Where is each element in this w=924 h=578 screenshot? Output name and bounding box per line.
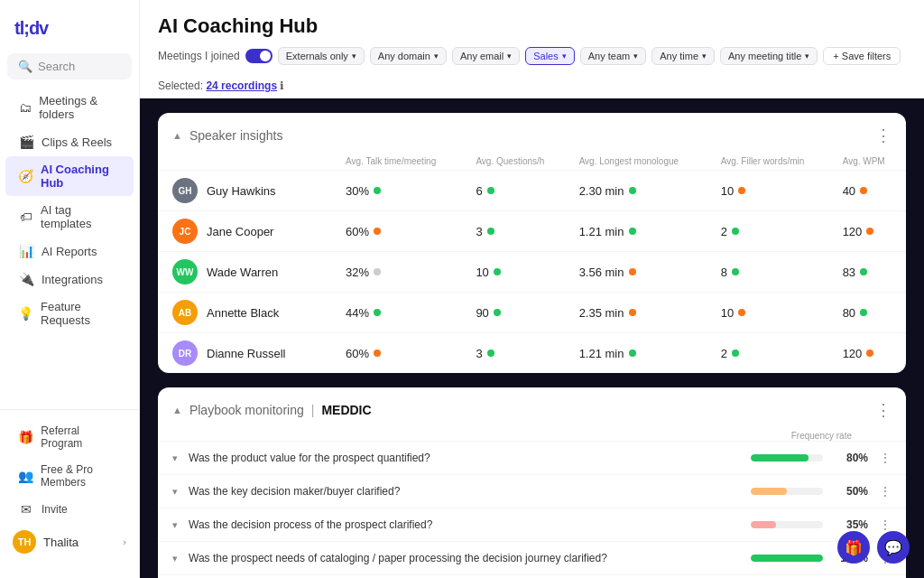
user-profile[interactable]: TH Thalita › (0, 524, 139, 560)
chevron-down-icon: ▾ (633, 51, 638, 61)
sidebar-item-label: Integrations (42, 273, 103, 286)
q-dot (487, 350, 494, 357)
filler-cell: 2 (714, 211, 836, 252)
row-more-options[interactable]: ⋮ (879, 517, 892, 532)
sidebar-item-label: Clips & Reels (42, 135, 112, 149)
monologue-cell: 2.30 min (572, 171, 714, 211)
row-more-options[interactable]: ⋮ (879, 451, 892, 465)
speaker-avatar: AB (172, 300, 198, 325)
expand-icon[interactable]: ▾ (172, 452, 178, 464)
sidebar-item-meetings[interactable]: 🗂 Meetings & folders (5, 88, 134, 127)
collapse-icon[interactable]: ▲ (172, 405, 182, 415)
speaker-name: Wade Warren (207, 266, 278, 279)
chat-button[interactable]: 💬 (877, 531, 910, 564)
speaker-name-cell: WW Wade Warren (158, 252, 338, 293)
sidebar-nav: 🗂 Meetings & folders 🎬 Clips & Reels 🧭 A… (0, 87, 139, 409)
list-item: ▾ Was the decision process of the prospe… (158, 508, 906, 541)
col-questions: Avg. Questions/h (468, 153, 571, 171)
playbook-question: Was the product value for the prospect q… (189, 452, 740, 464)
more-options-button[interactable]: ⋮ (875, 126, 892, 145)
team-filter[interactable]: Any team ▾ (580, 47, 646, 65)
expand-icon[interactable]: ▾ (172, 519, 178, 531)
sidebar-item-clips[interactable]: 🎬 Clips & Reels (5, 128, 134, 155)
time-filter[interactable]: Any time ▾ (651, 47, 715, 65)
row-more-options[interactable]: ⋮ (879, 484, 892, 499)
content-area: ▲ Speaker insights ⋮ Avg. Talk time/meet… (140, 98, 924, 578)
speaker-name: Dianne Russell (207, 347, 285, 360)
filler-cell: 10 (714, 293, 836, 333)
more-options-button[interactable]: ⋮ (875, 400, 892, 420)
pct-label: 80% (834, 452, 868, 464)
sidebar-item-coaching[interactable]: 🧭 AI Coaching Hub (5, 156, 134, 196)
sidebar-item-pro[interactable]: 👥 Free & Pro Members (5, 457, 134, 495)
talk-time-cell: 32% (338, 252, 468, 293)
collapse-icon[interactable]: ▲ (172, 130, 182, 141)
sidebar-item-tags[interactable]: 🏷 AI tag templates (5, 197, 134, 237)
list-item: ▾ Were the prospects pain points in rela… (158, 574, 906, 578)
monologue-cell: 1.21 min (572, 211, 714, 252)
meetings-joined-label: Meetings I joined (158, 50, 240, 62)
questions-cell: 3 (468, 211, 571, 252)
save-filters-button[interactable]: + Save filters (823, 47, 901, 65)
sidebar-bottom: 🎁 Referral Program 👥 Free & Pro Members … (0, 409, 139, 567)
col-monologue: Avg. Longest monologue (572, 153, 714, 171)
questions-cell: 10 (468, 252, 571, 293)
talk-time-cell: 60% (338, 211, 468, 252)
monologue-cell: 2.35 min (572, 293, 714, 333)
gift-button[interactable]: 🎁 (837, 531, 870, 564)
playbook-title: Playbook monitoring (189, 403, 304, 417)
w-dot (860, 309, 867, 316)
talk-dot (374, 309, 381, 316)
m-dot (629, 350, 636, 357)
selected-bar: Selected: 24 recordings ℹ (140, 74, 924, 98)
sidebar-item-referral[interactable]: 🎁 Referral Program (5, 418, 134, 456)
w-dot (860, 187, 867, 194)
progress-bar (751, 555, 823, 562)
progress-bar (751, 454, 823, 461)
progress-bar (751, 521, 823, 528)
app-logo: tl;dv (0, 11, 139, 53)
f-dot (738, 309, 745, 316)
search-bar[interactable]: 🔍 Search (7, 53, 132, 79)
q-dot (487, 228, 494, 235)
sidebar-item-reports[interactable]: 📊 AI Reports (5, 238, 134, 265)
bottom-action-icons: 🎁 💬 (837, 531, 910, 564)
list-item: ▾ Was the key decision maker/buyer clari… (158, 474, 906, 508)
f-dot (732, 350, 739, 357)
domain-filter[interactable]: Any domain ▾ (370, 47, 447, 65)
progress-fill (751, 521, 776, 528)
table-row: AB Annette Black 44% 90 2.35 min 10 80 (158, 293, 906, 333)
externals-filter[interactable]: Externals only ▾ (278, 47, 365, 65)
speaker-name-cell: GH Guy Hawkins (158, 171, 338, 211)
integrations-icon: 🔌 (18, 272, 34, 286)
feature-icon: 💡 (18, 306, 33, 321)
sales-filter[interactable]: Sales ▾ (525, 47, 575, 65)
filler-cell: 10 (714, 171, 836, 211)
expand-icon[interactable]: ▾ (172, 486, 178, 498)
meetings-toggle[interactable] (245, 49, 273, 63)
email-filter[interactable]: Any email ▾ (452, 47, 520, 65)
col-filler: Avg. Filler words/min (714, 153, 836, 171)
meetings-icon: 🗂 (18, 100, 32, 115)
talk-dot (374, 228, 381, 235)
sidebar-item-label: AI Coaching Hub (41, 163, 121, 190)
talk-dot (374, 268, 381, 275)
title-filter[interactable]: Any meeting title ▾ (720, 47, 818, 65)
playbook-rows: ▾ Was the product value for the prospect… (158, 441, 906, 578)
expand-icon[interactable]: ▾ (172, 553, 178, 564)
recordings-link[interactable]: 24 recordings (206, 79, 277, 92)
wpm-cell: 120 (836, 211, 906, 252)
col-wpm: Avg. WPM (836, 153, 906, 171)
sidebar-item-feature[interactable]: 💡 Feature Requests (5, 294, 134, 333)
card-header-playbook: ▲ Playbook monitoring | MEDDIC ⋮ (158, 387, 906, 427)
coaching-icon: 🧭 (18, 169, 33, 183)
sidebar-item-integrations[interactable]: 🔌 Integrations (5, 266, 134, 293)
main-content: AI Coaching Hub Meetings I joined Extern… (140, 0, 924, 578)
chevron-down-icon: ▾ (434, 51, 439, 61)
clips-icon: 🎬 (18, 135, 34, 149)
filler-cell: 2 (714, 333, 836, 374)
chevron-down-icon: ▾ (507, 51, 512, 61)
user-name: Thalita (43, 536, 116, 549)
chevron-down-icon: ▾ (702, 51, 707, 61)
sidebar-item-invite[interactable]: ✉ Invite (5, 496, 134, 523)
